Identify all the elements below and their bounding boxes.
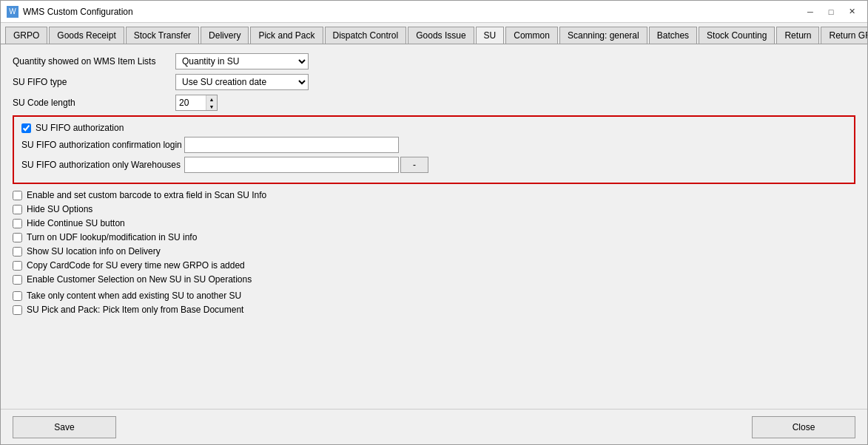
su-fifo-warehouses-row: SU FIFO authorization only Warehouses - — [21, 157, 847, 173]
tab-dispatch-control[interactable]: Dispatch Control — [325, 27, 407, 44]
bottom-bar: Save Close — [1, 409, 867, 444]
close-button[interactable]: Close — [752, 416, 855, 438]
content-area: Quantity showed on WMS Item Lists Quanti… — [1, 44, 867, 409]
close-window-button[interactable]: ✕ — [842, 4, 861, 19]
minimize-button[interactable]: ─ — [801, 4, 820, 19]
tab-goods-issue[interactable]: Goods Issue — [408, 27, 474, 44]
checkbox-row-udf-lookup: Turn on UDF lookup/modification in SU in… — [13, 232, 855, 242]
checkbox-row-hide-continue-su: Hide Continue SU button — [13, 218, 855, 228]
tab-stock-counting[interactable]: Stock Counting — [699, 27, 775, 44]
checkbox-take-content[interactable] — [13, 291, 22, 301]
su-code-length-control: 20 ▲ ▼ — [175, 95, 218, 111]
title-bar-left: W WMS Custom Configuration — [7, 6, 133, 18]
tab-grpo[interactable]: GRPO — [5, 27, 47, 44]
checkbox-row-su-location-delivery: Show SU location info on Delivery — [13, 246, 855, 257]
checkbox-label-take-content[interactable]: Take only content when add existing SU t… — [27, 291, 241, 301]
tab-goods-receipt[interactable]: Goods Receipt — [49, 27, 124, 44]
su-fifo-warehouses-input[interactable] — [184, 157, 399, 173]
maximize-button[interactable]: □ — [821, 4, 841, 19]
checkbox-pick-base-doc[interactable] — [13, 305, 22, 315]
su-fifo-type-control: Use SU creation dateUse SU dateUse docum… — [175, 74, 309, 90]
su-fifo-auth-row: SU FIFO authorization — [21, 123, 847, 133]
checkbox-row-copy-cardcode: Copy CardCode for SU every time new GRPO… — [13, 260, 855, 271]
quantity-control: Quantity in SUTotal QuantityAvailable Qu… — [175, 53, 309, 69]
su-fifo-type-label: SU FIFO type — [13, 77, 175, 87]
checkbox-barcode-extra[interactable] — [13, 191, 22, 200]
tab-scanning-general[interactable]: Scanning: general — [559, 27, 647, 44]
su-fifo-warehouses-label: SU FIFO authorization only Warehouses — [21, 160, 184, 170]
su-code-length-label: SU Code length — [13, 98, 175, 108]
checkbox-su-location-delivery[interactable] — [13, 247, 22, 257]
checkbox-label-hide-continue-su[interactable]: Hide Continue SU button — [27, 218, 125, 228]
su-fifo-confirm-row: SU FIFO authorization confirmation login — [21, 137, 847, 153]
tabs-bar: GRPOGoods ReceiptStock TransferDeliveryP… — [1, 23, 867, 44]
spinner-down-button[interactable]: ▼ — [206, 103, 217, 110]
checkbox-row-take-content: Take only content when add existing SU t… — [13, 291, 855, 301]
quantity-row: Quantity showed on WMS Item Lists Quanti… — [13, 53, 855, 69]
checkbox-label-udf-lookup[interactable]: Turn on UDF lookup/modification in SU in… — [27, 232, 197, 242]
checkbox-row-customer-selection: Enable Customer Selection on New SU in S… — [13, 274, 855, 285]
su-fifo-type-row: SU FIFO type Use SU creation dateUse SU … — [13, 74, 855, 90]
fifo-auth-box: SU FIFO authorization SU FIFO authorizat… — [13, 115, 855, 184]
tab-delivery[interactable]: Delivery — [201, 27, 249, 44]
checkbox-label-su-location-delivery[interactable]: Show SU location info on Delivery — [27, 246, 161, 257]
checkbox-hide-continue-su[interactable] — [13, 219, 22, 228]
title-bar: W WMS Custom Configuration ─ □ ✕ — [1, 1, 867, 23]
su-code-length-spinner: 20 ▲ ▼ — [175, 95, 218, 111]
tab-batches[interactable]: Batches — [649, 27, 697, 44]
window-title: WMS Custom Configuration — [23, 7, 133, 17]
spinner-up-button[interactable]: ▲ — [206, 95, 217, 103]
su-fifo-auth-checkbox[interactable] — [21, 123, 31, 133]
su-fifo-confirm-input[interactable] — [184, 137, 399, 153]
su-code-length-input[interactable]: 20 — [176, 95, 206, 110]
checkbox-label-copy-cardcode[interactable]: Copy CardCode for SU every time new GRPO… — [27, 260, 245, 271]
su-fifo-type-select[interactable]: Use SU creation dateUse SU dateUse docum… — [175, 74, 309, 90]
checkbox-label-barcode-extra[interactable]: Enable and set custom barcode to extra f… — [27, 190, 266, 200]
tab-return[interactable]: Return — [776, 27, 819, 44]
checkbox-row-pick-base-doc: SU Pick and Pack: Pick Item only from Ba… — [13, 305, 855, 315]
checkbox-hide-su-options[interactable] — [13, 205, 22, 214]
save-button[interactable]: Save — [13, 416, 116, 438]
spinner-buttons: ▲ ▼ — [206, 95, 217, 110]
checkbox-row-barcode-extra: Enable and set custom barcode to extra f… — [13, 190, 855, 200]
su-fifo-warehouses-dash-button[interactable]: - — [400, 157, 428, 173]
checkboxes-group-1: Enable and set custom barcode to extra f… — [13, 190, 855, 285]
tab-stock-transfer[interactable]: Stock Transfer — [126, 27, 199, 44]
tab-pick-and-pack[interactable]: Pick and Pack — [250, 27, 323, 44]
window-controls: ─ □ ✕ — [801, 4, 861, 19]
tab-return-grpo[interactable]: Return GRPO — [821, 27, 867, 44]
su-fifo-auth-label[interactable]: SU FIFO authorization — [36, 123, 124, 133]
checkboxes-group-2: Take only content when add existing SU t… — [13, 291, 855, 315]
checkbox-customer-selection[interactable] — [13, 275, 22, 285]
su-fifo-confirm-label: SU FIFO authorization confirmation login — [21, 140, 184, 150]
tab-su[interactable]: SU — [476, 27, 505, 44]
tab-common[interactable]: Common — [505, 27, 558, 44]
quantity-select[interactable]: Quantity in SUTotal QuantityAvailable Qu… — [175, 53, 309, 69]
checkbox-label-hide-su-options[interactable]: Hide SU Options — [27, 204, 92, 214]
app-icon: W — [7, 6, 18, 18]
checkbox-row-hide-su-options: Hide SU Options — [13, 204, 855, 214]
checkbox-label-customer-selection[interactable]: Enable Customer Selection on New SU in S… — [27, 274, 252, 285]
quantity-label: Quantity showed on WMS Item Lists — [13, 56, 175, 67]
main-window: W WMS Custom Configuration ─ □ ✕ GRPOGoo… — [0, 0, 868, 445]
checkbox-copy-cardcode[interactable] — [13, 261, 22, 271]
su-code-length-row: SU Code length 20 ▲ ▼ — [13, 95, 855, 111]
checkbox-udf-lookup[interactable] — [13, 233, 22, 242]
checkbox-label-pick-base-doc[interactable]: SU Pick and Pack: Pick Item only from Ba… — [27, 305, 243, 315]
